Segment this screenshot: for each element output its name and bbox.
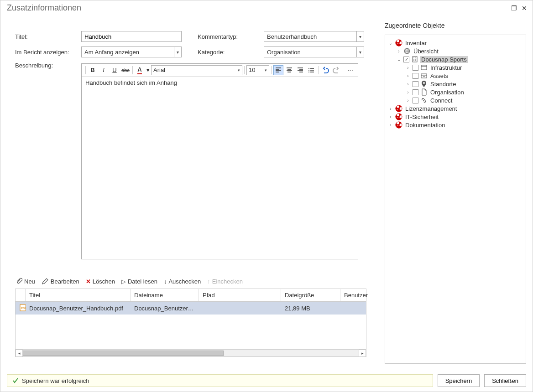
underline-button[interactable]: U [110,65,120,75]
tree-node-infrastruktur[interactable]: › Infrastruktur [387,63,524,72]
hazard-icon [395,105,402,112]
chevron-right-icon[interactable]: › [405,98,411,103]
kategorie-label: Kategorie: [198,49,264,56]
read-file-button[interactable]: ▷ Datei lesen [121,278,157,285]
fontcolor-dropdown[interactable]: ▾ [146,65,150,75]
chevron-right-icon[interactable]: › [388,123,393,128]
fontsize-select[interactable]: 10 ▾ [246,65,269,75]
bericht-select[interactable]: Am Anfang anzeigen ▾ [81,46,182,57]
horizontal-scrollbar[interactable]: ◂ ▸ [16,349,366,356]
tree-node-inventar[interactable]: ⌄ Inventar [387,39,524,47]
tree-node-sicherheit[interactable]: › IT-Sicherheit [387,113,524,121]
checkbox[interactable] [413,65,418,71]
chevron-down-icon[interactable]: ▾ [174,47,181,57]
archive-icon [420,72,428,79]
tree-node-uebersicht[interactable]: › Übersicht [387,47,524,55]
more-button[interactable]: ⋯ [345,65,355,75]
chevron-right-icon[interactable]: › [405,65,411,70]
chevron-right-icon[interactable]: › [396,49,402,54]
chevron-right-icon[interactable]: › [405,90,411,95]
chevron-down-icon[interactable]: ▾ [238,68,240,72]
col-dateiname[interactable]: Dateiname [131,289,199,301]
strike-button[interactable]: abc [120,65,131,75]
titel-label: Titel: [15,33,81,40]
checkbox[interactable] [413,73,418,79]
svg-point-2 [308,72,309,72]
link-icon [420,97,428,104]
tree-node-connect[interactable]: › Connect [387,96,524,104]
checkbox[interactable]: ✓ [403,57,409,62]
checkbox[interactable] [413,98,418,103]
bericht-label: Im Bericht anzeigen: [15,49,81,56]
delete-button[interactable]: ✕ Löschen [86,278,115,285]
tree-node-standorte[interactable]: › Standorte [387,80,524,88]
paperclip-icon [15,278,22,285]
table-row[interactable]: PDF Docusnap_Benutzer_Handbuch.pdf Docus… [16,302,366,315]
kategorie-select[interactable]: Organisation ▾ [264,46,364,57]
chevron-down-icon[interactable]: ▾ [356,47,364,57]
fontcolor-button[interactable]: A [135,65,145,75]
checkbox[interactable] [413,81,418,87]
col-benutzer[interactable]: Benutzer [340,289,363,301]
window-icon [420,64,428,71]
save-button[interactable]: Speichern [438,374,480,387]
chevron-right-icon[interactable]: › [388,106,393,111]
tree-node-docusnap-sports[interactable]: ⌄ ✓ Docusnap Sports [387,55,524,63]
tree-node-doku[interactable]: › Dokumentation [387,121,524,129]
align-right-button[interactable] [295,65,305,75]
svg-rect-9 [421,65,427,70]
assigned-objects-title: Zugeordnete Objekte [385,17,526,29]
bold-button[interactable]: B [88,65,98,75]
chevron-right-icon[interactable]: › [388,114,393,119]
edit-button[interactable]: Bearbeiten [42,278,79,285]
window-title: Zusatzinformationen [7,3,81,13]
undo-button[interactable] [320,65,330,75]
chevron-right-icon[interactable]: › [405,73,411,78]
new-button[interactable]: Neu [15,278,35,285]
chevron-down-icon[interactable]: ▾ [356,31,364,41]
col-icon[interactable] [16,289,26,301]
tree-node-organisation[interactable]: › Organisation [387,88,524,96]
hazard-icon [395,113,402,120]
col-pfad[interactable]: Pfad [199,289,281,301]
close-button[interactable]: Schließen [484,374,526,387]
check-icon [12,377,19,384]
svg-rect-10 [421,74,427,78]
objects-tree: ⌄ Inventar › Übersicht ⌄ ✓ Docusnap Spor… [385,35,526,364]
titel-input[interactable] [81,31,182,42]
chevron-down-icon[interactable]: ⌄ [388,41,393,46]
redo-button[interactable] [331,65,341,75]
align-center-button[interactable] [284,65,294,75]
svg-point-11 [423,82,425,84]
col-titel[interactable]: Titel [26,289,131,301]
tree-node-lizenz[interactable]: › Lizenzmanagement [387,104,524,113]
italic-button[interactable]: I [99,65,109,75]
bullet-list-button[interactable] [306,65,316,75]
editor-toolbar: B I U abc A ▾ Arial ▾ [82,64,358,77]
chevron-down-icon[interactable]: ⌄ [396,57,402,62]
play-icon: ▷ [121,278,126,285]
svg-rect-8 [413,57,417,62]
attachments-grid: Titel Dateiname Pfad Dateigröße Benutzer… [15,289,366,357]
description-editor: B I U abc A ▾ Arial ▾ [81,63,358,259]
fontfamily-select[interactable]: Arial ▾ [151,65,242,75]
globe-icon [403,47,411,55]
svg-text:PDF: PDF [21,307,26,309]
col-dateigroesse[interactable]: Dateigröße [281,289,340,301]
kommentartyp-select[interactable]: Benutzerhandbuch ▾ [264,31,364,42]
svg-point-0 [308,68,309,69]
close-icon[interactable]: ✕ [522,5,527,12]
hazard-icon [395,121,402,129]
checkout-button[interactable]: ↓ Auschecken [164,278,201,285]
checkbox[interactable] [413,89,418,95]
editor-textarea[interactable]: Handbuch befindet sich im Anhang [82,77,358,259]
scroll-left-icon[interactable]: ◂ [16,350,23,357]
chevron-down-icon[interactable]: ▾ [265,68,267,72]
maximize-icon[interactable]: ❐ [511,5,517,12]
chevron-right-icon[interactable]: › [405,82,411,87]
tree-node-assets[interactable]: › Assets [387,72,524,80]
scroll-thumb[interactable] [23,351,224,356]
align-left-button[interactable] [273,65,283,75]
checkin-button: ↑ Einchecken [207,278,243,285]
scroll-right-icon[interactable]: ▸ [359,350,366,357]
